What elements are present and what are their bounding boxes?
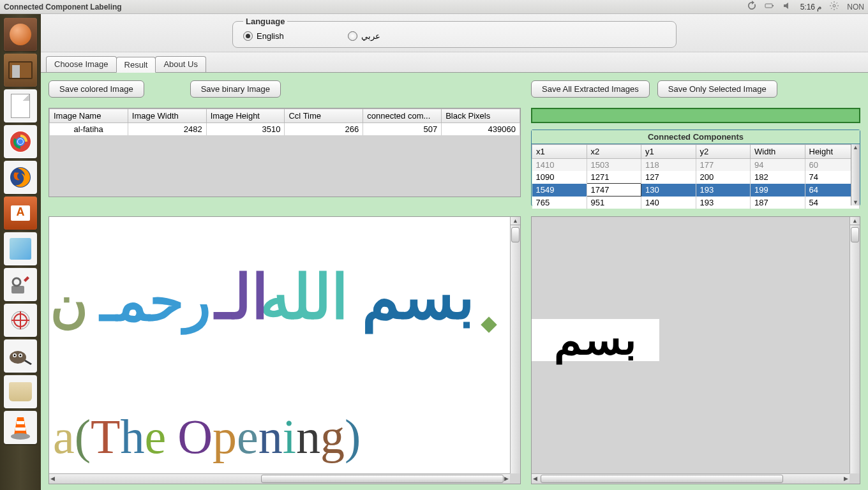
keyboard-indicator[interactable]: NON (847, 3, 864, 11)
tab-choose-image[interactable]: Choose Image (46, 56, 117, 72)
sync-icon (747, 1, 757, 13)
preview-hscrollbar[interactable] (532, 473, 849, 484)
language-arabic-option[interactable]: عربي (348, 31, 380, 41)
files-icon[interactable] (4, 54, 37, 87)
crosshair-icon[interactable] (4, 304, 37, 337)
connected-components-table[interactable]: x1x2y1y2WidthHeight 14101503118177946010… (532, 144, 860, 209)
dictionary-icon[interactable] (4, 375, 37, 408)
diacritic-dot (481, 316, 497, 332)
app-window: Language English عربي Choose Image Resul… (41, 14, 868, 490)
colored-letter: T (91, 412, 120, 461)
table-row[interactable]: 141015031181779460 (532, 159, 860, 172)
colored-letter: h (120, 412, 144, 461)
colored-letter: n (296, 412, 320, 461)
colored-letter: g (320, 412, 345, 461)
svg-point-20 (11, 433, 30, 440)
colored-word: الله (260, 262, 348, 333)
writer-icon[interactable] (4, 89, 37, 122)
firefox-icon[interactable] (4, 161, 37, 194)
table-header[interactable]: Width (751, 145, 805, 159)
colored-letter: ) (345, 412, 361, 461)
chrome-icon[interactable] (4, 125, 37, 158)
image-info-table[interactable]: Image NameImage WidthImage HeightCcl Tim… (49, 108, 520, 135)
svg-point-10 (13, 278, 20, 286)
language-arabic-label: عربي (361, 31, 380, 41)
preview-vscrollbar[interactable] (849, 217, 860, 473)
table-header[interactable]: Black Pixels (442, 109, 520, 123)
table-header[interactable]: x1 (532, 145, 587, 159)
extracted-component: بسم (532, 319, 659, 361)
table-row[interactable]: 1549174713019319964 (532, 184, 860, 197)
battery-icon (765, 1, 775, 13)
table-header[interactable]: connected com... (363, 109, 442, 123)
table-row[interactable]: 1090127112720018274 (532, 171, 860, 184)
main-canvas[interactable]: a(TheOpening) بسماللهالـرحمـن (49, 217, 510, 473)
svg-point-16 (14, 355, 16, 357)
svg-point-13 (10, 351, 26, 364)
table-header[interactable]: y2 (696, 145, 751, 159)
right-button-row: Save All Extracted Images Save Only Sele… (531, 80, 860, 98)
svg-rect-9 (11, 286, 24, 293)
colored-word: رحمـ (100, 268, 211, 334)
save-binary-button[interactable]: Save binary Image (190, 80, 281, 98)
component-preview-viewer: بسم (531, 216, 860, 484)
colored-letter: O (177, 412, 213, 461)
dash-icon[interactable] (4, 18, 37, 51)
system-tray: م 5:16 NON (747, 1, 864, 13)
tabbar: Choose Image Result About Us (41, 52, 868, 73)
clock: م 5:16 (800, 3, 822, 11)
colored-letter: a (53, 412, 75, 461)
save-selected-button[interactable]: Save Only Selected Image (657, 80, 777, 98)
main-vscrollbar[interactable] (510, 217, 520, 473)
right-upper-column: Connected Components x1x2y1y2WidthHeight… (531, 108, 860, 206)
colored-letter: ( (75, 412, 91, 461)
table-header[interactable]: y1 (641, 145, 696, 159)
language-english-option[interactable]: English (243, 31, 284, 41)
colored-letter: i (283, 412, 296, 461)
colored-letter: e (237, 412, 258, 461)
left-button-row: Save colored Image Save binary Image (49, 80, 521, 98)
colored-letter: e (144, 412, 166, 461)
status-bar (531, 108, 860, 123)
language-strip: Language English عربي (41, 14, 868, 52)
english-caption: a(TheOpening) (53, 412, 361, 461)
svg-rect-1 (772, 5, 774, 6)
table-row[interactable]: 76595114019318754 (532, 197, 860, 209)
svg-point-17 (20, 355, 22, 357)
cc-scrollbar[interactable] (851, 144, 860, 205)
radio-off-icon (348, 31, 357, 41)
table-header[interactable]: Ccl Time (285, 109, 363, 123)
svg-rect-18 (17, 421, 24, 424)
radio-on-icon (243, 31, 253, 41)
colored-word: الـ (215, 262, 269, 333)
table-row[interactable]: al-fatiha24823510266507439060 (50, 123, 520, 136)
main-hscrollbar[interactable] (49, 473, 510, 484)
virtualbox-icon[interactable] (4, 232, 37, 265)
software-center-icon[interactable] (4, 197, 37, 230)
connected-components-panel: Connected Components x1x2y1y2WidthHeight… (531, 130, 860, 206)
vlc-icon[interactable] (4, 411, 37, 444)
gear-icon[interactable] (829, 1, 839, 13)
content-area: Save colored Image Save binary Image Sav… (41, 73, 868, 490)
main-image-viewer: a(TheOpening) بسماللهالـرحمـن (49, 216, 521, 484)
component-glyph: بسم (554, 316, 637, 364)
table-header[interactable]: Image Name (50, 109, 128, 123)
component-canvas[interactable]: بسم (532, 217, 849, 473)
colored-letter: p (213, 412, 237, 461)
tab-about-us[interactable]: About Us (155, 56, 206, 72)
table-header[interactable]: x2 (587, 145, 641, 159)
svg-point-2 (833, 4, 835, 7)
gimp-icon[interactable] (4, 339, 37, 373)
svg-point-7 (18, 139, 23, 144)
table-header[interactable]: Image Height (206, 109, 285, 123)
image-info-table-panel: Image NameImage WidthImage HeightCcl Tim… (49, 108, 521, 197)
tab-result[interactable]: Result (116, 57, 156, 73)
connected-components-title: Connected Components (532, 130, 860, 144)
save-colored-button[interactable]: Save colored Image (49, 80, 144, 98)
settings-icon[interactable] (4, 268, 37, 301)
language-legend: Language (243, 17, 287, 26)
language-english-label: English (257, 31, 284, 41)
titlebar: Connected Component Labeling م 5:16 NON (0, 0, 868, 14)
save-all-extracted-button[interactable]: Save All Extracted Images (531, 80, 650, 98)
table-header[interactable]: Image Width (128, 109, 206, 123)
